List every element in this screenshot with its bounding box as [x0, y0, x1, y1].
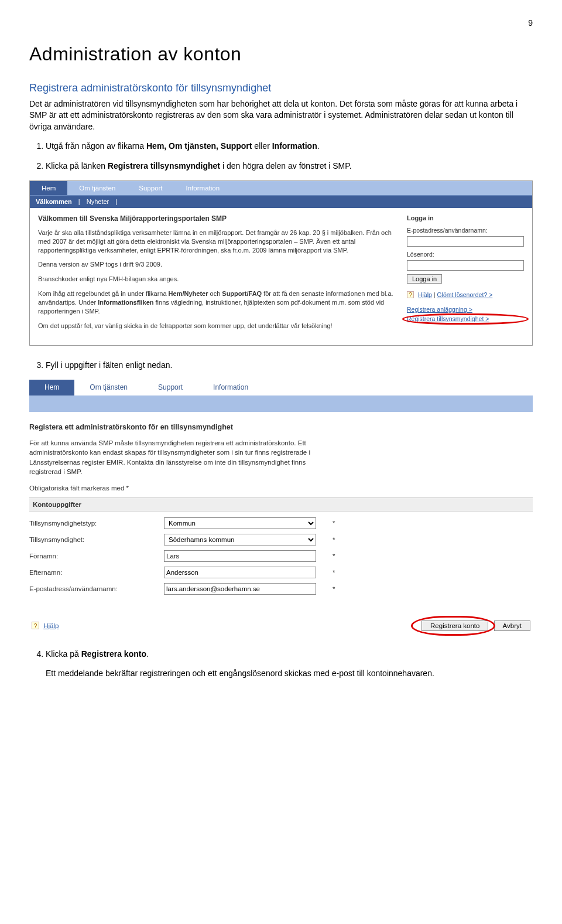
screenshot-smp-home: Hem Om tjänsten Support Information Välk… — [29, 180, 533, 346]
step-2-bold: Registrera tillsynsmyndighet — [108, 161, 220, 171]
subtab-sep: | — [78, 198, 80, 205]
highlight-oval-button: Registrera konto — [418, 620, 488, 631]
intro-paragraph: Det är administratören vid tillsynsmyndi… — [29, 98, 533, 133]
step-4-suffix: . — [146, 649, 149, 659]
register-konto-button[interactable]: Registrera konto — [422, 620, 488, 631]
welcome-p3: Branschkoder enligt nya FMH-bilagan ska … — [38, 275, 395, 284]
form-footer: ? Hjälp Registrera konto Avbryt — [29, 620, 533, 635]
row-efternamn: Efternamn: * — [29, 564, 533, 581]
step-1-suffix: . — [317, 141, 320, 151]
screenshot-register-form: Registera ett administratörskonto för en… — [29, 422, 533, 635]
step-4: Klicka på Registrera konto. — [46, 649, 533, 660]
tab2-support[interactable]: Support — [143, 380, 198, 395]
star: * — [333, 551, 335, 561]
help-icon: ? — [407, 291, 414, 298]
section-kontouppgifter: Kontouppgifter — [29, 497, 533, 512]
input-epost[interactable] — [164, 583, 316, 595]
login-user-input[interactable] — [407, 236, 524, 247]
closing-paragraph: Ett meddelande bekräftar registreringen … — [46, 668, 533, 680]
help-icon: ? — [32, 622, 39, 629]
register-tillsynsmyndighet-link[interactable]: Registrera tillsynsmyndighet > — [407, 315, 524, 324]
welcome-p1: Varje år ska alla tillståndspliktiga ver… — [38, 229, 395, 255]
select-tsm[interactable]: Söderhamns kommun — [164, 534, 316, 545]
tab-om-tjansten[interactable]: Om tjänsten — [67, 181, 127, 195]
star: * — [333, 519, 335, 528]
tab2-hem[interactable]: Hem — [29, 380, 74, 395]
highlight-oval: Registrera tillsynsmyndighet > — [407, 315, 524, 324]
row-epost: E-postadress/användarnamn: * — [29, 581, 533, 597]
login-pass-label: Lösenord: — [407, 250, 524, 259]
register-form-title: Registera ett administratörskonto för en… — [29, 422, 533, 433]
login-user-label: E-postadress/användarnamn: — [407, 226, 524, 235]
register-anlaggning-link[interactable]: Registrera anläggning > — [407, 305, 524, 315]
mandatory-note: Obligatoriska fält markeras med * — [29, 483, 533, 493]
tabbar-blue-strip — [29, 395, 533, 412]
star: * — [333, 584, 335, 594]
top-tabs: Hem Om tjänsten Support Information — [30, 181, 532, 196]
steps-list-cont2: Klicka på Registrera konto. — [29, 649, 533, 660]
input-fornamn[interactable] — [164, 550, 316, 562]
subtab-valkommen[interactable]: Välkommen — [36, 198, 72, 205]
step-3: Fyll i uppgifter i fälten enligt nedan. — [46, 360, 533, 371]
tab2-information[interactable]: Information — [198, 380, 263, 395]
login-title: Logga in — [407, 214, 524, 223]
welcome-title: Välkommen till Svenska Miljörapportering… — [38, 214, 395, 224]
label-efternamn: Efternamn: — [29, 568, 164, 577]
steps-list-cont: Fyll i uppgifter i fälten enligt nedan. — [29, 360, 533, 371]
subtab-nyheter[interactable]: Nyheter — [87, 198, 109, 205]
step-4-bold: Registrera konto — [81, 649, 146, 659]
welcome-p2: Denna version av SMP togs i drift 9/3 20… — [38, 260, 395, 269]
step-2-text: Klicka på länken — [46, 161, 108, 171]
welcome-p5: Om det uppstår fel, var vänlig skicka in… — [38, 322, 395, 330]
row-tillsynsmyndighetstyp: Tillsynsmyndighetstyp: Kommun * — [29, 515, 533, 531]
page-number: 9 — [29, 18, 533, 29]
avbryt-button[interactable]: Avbryt — [494, 620, 530, 631]
page-title: Administration av konton — [29, 41, 533, 67]
tab-support[interactable]: Support — [127, 181, 174, 195]
label-tsmtyp: Tillsynsmyndighetstyp: — [29, 519, 164, 528]
lost-password-link[interactable]: Glömt lösenordet? > — [437, 291, 492, 298]
section-title: Registrera administratörskonto för tills… — [29, 81, 533, 96]
row-tillsynsmyndighet: Tillsynsmyndighet: Söderhamns kommun * — [29, 531, 533, 548]
login-panel: Logga in E-postadress/användarnamn: Löse… — [407, 214, 524, 336]
row-fornamn: Förnamn: * — [29, 548, 533, 564]
tab2-om-tjansten[interactable]: Om tjänsten — [74, 380, 143, 395]
star: * — [333, 535, 335, 544]
welcome-p4: Kom ihåg att regelbundet gå in under fli… — [38, 289, 395, 316]
tab-hem[interactable]: Hem — [30, 181, 67, 195]
star: * — [333, 568, 335, 577]
select-tsmtyp[interactable]: Kommun — [164, 517, 316, 529]
input-efternamn[interactable] — [164, 567, 316, 578]
login-pass-input[interactable] — [407, 260, 524, 271]
label-fornamn: Förnamn: — [29, 551, 164, 561]
register-links: Registrera anläggning > Registrera tills… — [407, 305, 524, 324]
step-2-suffix: i den högra delen av fönstret i SMP. — [220, 161, 352, 171]
steps-list: Utgå från någon av flikarna Hem, Om tjän… — [29, 141, 533, 172]
label-tsm: Tillsynsmyndighet: — [29, 535, 164, 544]
screenshot-tabbar: Hem Om tjänsten Support Information — [29, 380, 533, 412]
step-1-bold: Hem, Om tjänsten, Support — [146, 141, 252, 151]
step-1: Utgå från någon av flikarna Hem, Om tjän… — [46, 141, 533, 152]
help-row: ? Hjälp | Glömt lösenordet? > — [407, 291, 524, 299]
tab-information[interactable]: Information — [174, 181, 232, 195]
step-1-text: Utgå från någon av flikarna — [46, 141, 146, 151]
welcome-panel: Välkommen till Svenska Miljörapportering… — [38, 214, 395, 336]
step-2: Klicka på länken Registrera tillsynsmynd… — [46, 161, 533, 172]
register-form-intro: För att kunna använda SMP måste tillsyns… — [29, 438, 334, 476]
help-link[interactable]: Hjälp — [418, 291, 432, 298]
step-1-mid: eller — [252, 141, 272, 151]
sub-tabs: Välkommen | Nyheter | — [30, 196, 532, 208]
label-epost: E-postadress/användarnamn: — [29, 584, 164, 594]
subtab-sep2: | — [115, 198, 117, 205]
step-1-bold2: Information — [272, 141, 317, 151]
help-link-footer[interactable]: Hjälp — [43, 622, 59, 629]
step-4-text: Klicka på — [46, 649, 81, 659]
login-button[interactable]: Logga in — [407, 274, 442, 284]
